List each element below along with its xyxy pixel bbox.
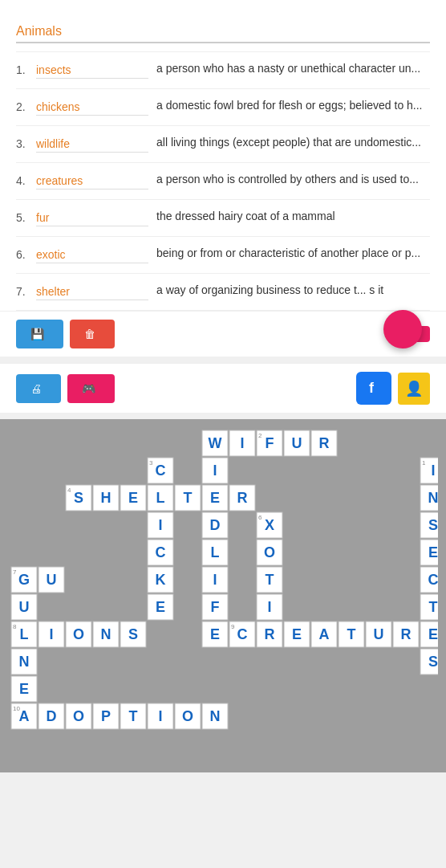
top-panel: 1. a person who has a nasty or unethical… bbox=[0, 0, 446, 311]
share-button[interactable]: f bbox=[356, 372, 391, 405]
word-row: 4. a person who is controlled by others … bbox=[16, 163, 430, 200]
word-input[interactable] bbox=[36, 99, 148, 116]
print-button[interactable]: 🖨 bbox=[16, 374, 61, 403]
word-number: 4. bbox=[16, 173, 36, 187]
puzzle-title-input[interactable] bbox=[16, 21, 430, 43]
gamepad-icon: 🎮 bbox=[82, 382, 95, 395]
play-button[interactable]: 🎮 bbox=[67, 374, 115, 403]
clue-text: a way of organizing business to reduce t… bbox=[156, 283, 430, 296]
clue-text: the dressed hairy coat of a mammal bbox=[156, 210, 430, 222]
word-input[interactable] bbox=[36, 62, 148, 79]
word-input[interactable] bbox=[36, 173, 148, 189]
crossword-area bbox=[0, 419, 446, 772]
word-row: 6. being or from or characteristic of an… bbox=[16, 237, 430, 274]
word-input[interactable] bbox=[36, 283, 148, 300]
word-number: 2. bbox=[16, 99, 36, 113]
word-number: 7. bbox=[16, 283, 36, 298]
trash-icon: 🗑 bbox=[84, 328, 95, 340]
save-button[interactable]: 💾 bbox=[16, 320, 63, 348]
word-row: 7. a way of organizing business to reduc… bbox=[16, 274, 430, 311]
clue-text: a domestic fowl bred for flesh or eggs; … bbox=[156, 99, 430, 112]
word-input[interactable] bbox=[36, 247, 148, 263]
action-bar: 💾 🗑 bbox=[0, 311, 446, 357]
word-number: 5. bbox=[16, 210, 36, 224]
words-list: 1. a person who has a nasty or unethical… bbox=[16, 51, 430, 311]
word-row: 5. the dressed hairy coat of a mammal bbox=[16, 200, 430, 237]
user-icon: 👤 bbox=[405, 380, 423, 397]
word-row: 2. a domestic fowl bred for flesh or egg… bbox=[16, 89, 430, 126]
add-word-fab[interactable] bbox=[383, 310, 422, 348]
word-number: 6. bbox=[16, 247, 36, 261]
facebook-icon: f bbox=[369, 380, 374, 397]
save-icon: 💾 bbox=[30, 328, 44, 340]
bottom-bar: 🖨 🎮 f 👤 bbox=[0, 363, 446, 413]
word-input[interactable] bbox=[36, 136, 148, 153]
delete-button[interactable]: 🗑 bbox=[70, 320, 115, 348]
word-row: 1. a person who has a nasty or unethical… bbox=[16, 52, 430, 89]
word-input[interactable] bbox=[36, 210, 148, 226]
print-icon: 🖨 bbox=[30, 382, 42, 395]
clue-text: a person who is controlled by others and… bbox=[156, 173, 430, 185]
word-number: 3. bbox=[16, 136, 36, 150]
user-button[interactable]: 👤 bbox=[398, 373, 430, 405]
clue-text: a person who has a nasty or unethical ch… bbox=[156, 62, 430, 75]
clue-text: all living things (except people) that a… bbox=[156, 136, 430, 149]
clue-text: being or from or characteristic of anoth… bbox=[156, 247, 430, 259]
word-row: 3. all living things (except people) tha… bbox=[16, 126, 430, 163]
word-number: 1. bbox=[16, 62, 36, 76]
